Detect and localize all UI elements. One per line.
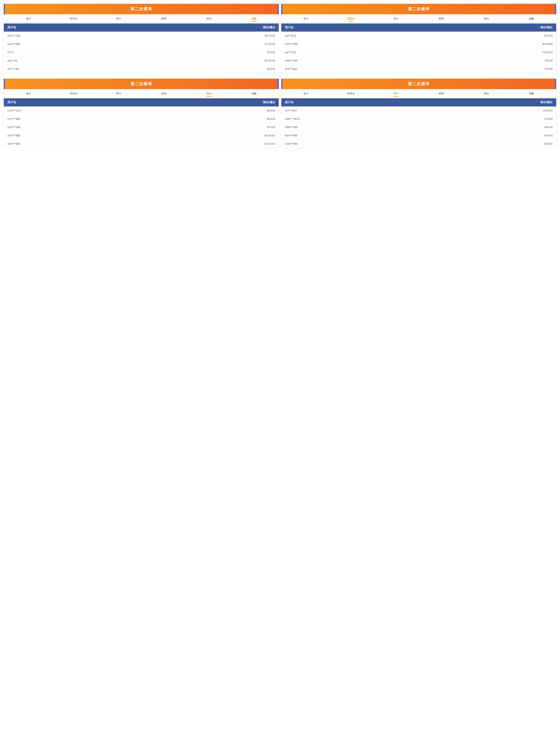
tab-经济法[interactable]: 经济法 (329, 91, 374, 96)
table-header: 用户名得分/满分 (4, 23, 279, 32)
table-row: 201***abc90/100 (4, 65, 279, 73)
tab-财管[interactable]: 财管 (141, 91, 186, 96)
table-row: m72***96688/100 (4, 115, 279, 123)
col-header-name: 用户名 (285, 26, 540, 29)
user-name: m20***588 (285, 42, 542, 45)
user-score: 78/100 (544, 59, 553, 62)
user-score: 88/100 (267, 117, 275, 120)
tab-财管[interactable]: 财管 (419, 16, 464, 21)
table-row: fww***86993/100 (281, 131, 556, 140)
table-row: 767***047100/100 (281, 107, 556, 115)
col-header-name: 用户名 (285, 101, 540, 104)
table-row: lad***61981/100 (281, 32, 556, 40)
tab-审计[interactable]: 审计 (374, 16, 419, 21)
user-name: m56***066 (285, 59, 544, 62)
user-name: yyj***018 (285, 51, 542, 54)
tab-战略[interactable]: 战略 (231, 91, 276, 96)
table-row: zlg***clb95.5/100 (4, 56, 279, 65)
tab-税法[interactable]: 税法 (186, 91, 231, 96)
tab-财管[interactable]: 财管 (419, 91, 464, 96)
tab-审计[interactable]: 审计 (96, 91, 141, 96)
panel-panel-jingjifa: 第二次模考会计经济法审计财管税法战略用户名得分/满分lad***61981/10… (281, 4, 556, 73)
tab-经济法[interactable]: 经济法 (329, 16, 374, 21)
user-name: m72***966 (7, 117, 267, 120)
col-header-name: 用户名 (7, 26, 263, 29)
panel-header: 第二次模考 (281, 79, 556, 89)
col-header-score: 得分/满分 (540, 26, 553, 29)
user-score: 97/100 (267, 51, 275, 54)
user-name: z***h (7, 51, 267, 54)
tab-战略[interactable]: 战略 (509, 91, 554, 96)
user-name: 767***047 (285, 109, 543, 112)
user-name: m03***266 (7, 34, 265, 37)
panel-header: 第二次模考 (4, 4, 279, 14)
user-score: 97.5/100 (265, 42, 275, 45)
user-score: 100/100 (543, 109, 553, 112)
tab-战略[interactable]: 战略 (231, 16, 276, 21)
user-score: 90/100 (544, 142, 553, 145)
table-row: m02***66684.5/100 (4, 140, 279, 148)
tab-审计[interactable]: 审计 (96, 16, 141, 21)
tab-bar: 会计经济法审计财管税法战略 (4, 14, 279, 23)
user-name: fww***869 (285, 134, 544, 137)
user-name: zlg***clb (7, 59, 265, 62)
table-row: JSW***ACN97/100 (281, 115, 556, 123)
col-header-name: 用户名 (7, 101, 263, 104)
tab-会计[interactable]: 会计 (284, 16, 329, 21)
tab-会计[interactable]: 会计 (6, 16, 51, 21)
col-header-score: 得分/满分 (263, 101, 275, 104)
user-name: m12***866 (7, 42, 265, 45)
tab-财管[interactable]: 财管 (141, 16, 186, 21)
user-score: 84.5/100 (265, 142, 275, 145)
table-header: 用户名得分/满分 (4, 98, 279, 107)
tab-bar: 会计经济法审计财管税法战略 (281, 89, 556, 98)
panel-header: 第二次模考 (4, 79, 279, 89)
user-score: 89/100 (267, 109, 275, 112)
table-row: m56***06678/100 (281, 56, 556, 65)
user-name: lad***619 (285, 34, 544, 37)
table-row: m12***86697.5/100 (4, 40, 279, 48)
user-score: 90/100 (267, 67, 275, 70)
tab-会计[interactable]: 会计 (284, 91, 329, 96)
tab-经济法[interactable]: 经济法 (51, 16, 96, 21)
table-header: 用户名得分/满分 (281, 23, 556, 32)
table-row: m96***56696/100 (281, 123, 556, 131)
user-score: 93/100 (544, 134, 553, 137)
tab-税法[interactable]: 税法 (464, 91, 509, 96)
col-header-score: 得分/满分 (540, 101, 553, 104)
panel-panel-zhanlu: 第二次模考会计经济法审计财管税法战略用户名得分/满分m03***26698.5/… (4, 4, 279, 73)
tab-bar: 会计经济法审计财管税法战略 (281, 14, 556, 23)
user-score: 96/100 (544, 126, 553, 129)
user-name: m53***668 (7, 134, 265, 137)
user-score: 79.5/100 (542, 51, 553, 54)
user-score: 81/100 (544, 34, 553, 37)
user-score: 87/100 (267, 126, 275, 129)
tab-审计[interactable]: 审计 (374, 91, 419, 96)
table-row: 82a***aaa75/100 (281, 65, 556, 73)
panel-panel-shenji: 第二次模考会计经济法审计财管税法战略用户名得分/满分767***047100/1… (281, 79, 556, 148)
tab-bar: 会计经济法审计财管税法战略 (4, 89, 279, 98)
tab-税法[interactable]: 税法 (464, 16, 509, 21)
table-header: 用户名得分/满分 (281, 98, 556, 107)
user-name: m59***066 (7, 126, 267, 129)
user-name: JSW***ACN (285, 117, 544, 120)
tab-经济法[interactable]: 经济法 (51, 91, 96, 96)
tab-会计[interactable]: 会计 (6, 91, 51, 96)
user-score: 75/100 (544, 67, 553, 70)
table-row: m03***26698.5/100 (4, 32, 279, 40)
table-row: CZH***21889/100 (4, 107, 279, 115)
user-name: m96***566 (285, 126, 544, 129)
col-header-score: 得分/满分 (263, 26, 275, 29)
panel-header: 第二次模考 (281, 4, 556, 14)
table-row: m53***66884.5/100 (4, 131, 279, 140)
tab-战略[interactable]: 战略 (509, 16, 554, 21)
panel-panel-shuifa: 第二次模考会计经济法审计财管税法战略用户名得分/满分CZH***21889/10… (4, 79, 279, 148)
user-score: 98.5/100 (265, 34, 275, 37)
user-score: 97/100 (544, 117, 553, 120)
user-name: m02***666 (7, 142, 265, 145)
table-row: m59***06687/100 (4, 123, 279, 131)
main-grid: 第二次模考会计经济法审计财管税法战略用户名得分/满分m03***26698.5/… (4, 4, 556, 153)
user-name: 201***abc (7, 67, 267, 70)
user-name: m16***866 (285, 142, 544, 145)
tab-税法[interactable]: 税法 (186, 16, 231, 21)
